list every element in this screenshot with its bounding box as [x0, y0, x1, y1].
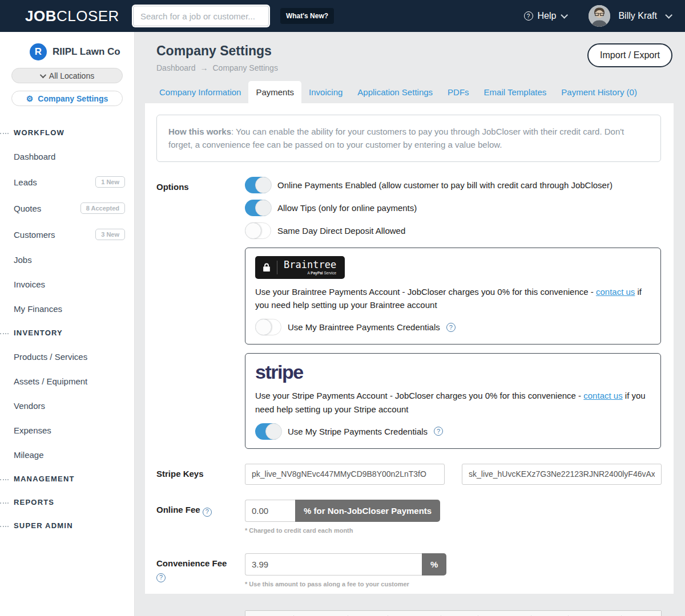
receipt-email-label: Receipt Email	[156, 610, 245, 616]
online-fee-addon: % for Non-JobCloser Payments	[295, 500, 440, 522]
online-payments-toggle-label: Online Payments Enabled (allow customer …	[277, 180, 613, 190]
breadcrumb-current: Company Settings	[213, 63, 278, 72]
import-export-button[interactable]: Import / Export	[587, 43, 672, 67]
search-input[interactable]	[133, 6, 269, 26]
tab-pdfs[interactable]: PDFs	[440, 81, 477, 103]
sidebar-item-invoices[interactable]: Invoices	[0, 272, 134, 297]
toggle-knob	[255, 319, 272, 335]
page-title: Company Settings	[156, 43, 278, 59]
braintree-credentials-toggle[interactable]	[255, 319, 281, 335]
stripe-secret-key-input[interactable]	[462, 464, 662, 485]
tab-payments[interactable]: Payments	[248, 81, 301, 103]
sidebar-item-vendors[interactable]: Vendors	[0, 394, 134, 418]
nav-section-super-admin[interactable]: SUPER ADMIN	[0, 514, 134, 537]
toggle-knob	[255, 200, 272, 216]
allow-tips-toggle-label: Allow Tips (only for online payments)	[277, 203, 417, 213]
same-day-deposit-toggle-label: Same Day Direct Deposit Allowed	[277, 226, 405, 236]
tab-company-information[interactable]: Company Information	[152, 81, 248, 103]
help-circle-icon[interactable]: ?	[446, 323, 456, 332]
sidebar-item-mileage[interactable]: Mileage	[0, 443, 134, 467]
chevron-down-icon[interactable]	[665, 11, 672, 19]
stripe-contact-us-link[interactable]: contact us	[583, 391, 622, 400]
toggle-knob	[265, 423, 282, 440]
help-icon: ?	[524, 11, 533, 21]
nav-section-reports[interactable]: REPORTS	[0, 491, 134, 514]
avatar[interactable]	[589, 5, 610, 27]
sidebar-item-assets-equipment[interactable]: Assets / Equipment	[0, 369, 134, 394]
help-menu[interactable]: ? Help	[524, 11, 566, 21]
nav-section-management[interactable]: MANAGEMENT	[0, 467, 134, 491]
braintree-contact-us-link[interactable]: contact us	[596, 287, 635, 297]
settings-tabs: Company Information Payments Invoicing A…	[145, 81, 685, 103]
sidebar-item-jobs[interactable]: Jobs	[0, 248, 134, 272]
logo-light-part: CLOSER	[57, 7, 119, 25]
sidebar-item-quotes[interactable]: Quotes8 Accepted	[0, 195, 134, 221]
app-logo[interactable]: JOBCLOSER	[25, 7, 119, 25]
braintree-description: Use your Braintree Payments Account - Jo…	[255, 285, 651, 312]
sidebar-item-expenses[interactable]: Expenses	[0, 418, 134, 443]
info-body: : You can enable the ability for your cu…	[168, 127, 624, 149]
braintree-logo-subtext: A PayPal Service	[284, 271, 336, 275]
sidebar-item-products-services[interactable]: Products / Services	[0, 345, 134, 369]
braintree-box: Braintree A PayPal Service Use your Brai…	[245, 248, 661, 345]
convenience-fee-label: Convenience Fee?	[156, 553, 245, 587]
help-label: Help	[538, 11, 557, 21]
sidebar-nav: WORKFLOW Dashboard Leads1 New Quotes8 Ac…	[0, 121, 134, 537]
logo-bold-part: JOB	[25, 7, 57, 25]
stripe-credentials-toggle-label: Use My Stripe Payments Credentials	[288, 427, 428, 436]
stripe-box: stripe Use your Stripe Payments Account …	[245, 353, 661, 449]
chevron-down-icon	[561, 11, 569, 19]
company-name: RIIPL Lawn Co	[53, 46, 120, 58]
braintree-logo-text: Braintree	[284, 260, 336, 270]
convenience-fee-note: * Use this amount to pass along a fee to…	[245, 581, 661, 587]
tab-email-templates[interactable]: Email Templates	[477, 81, 554, 103]
how-this-works-box: How this works: You can enable the abili…	[156, 115, 661, 162]
divider	[277, 261, 277, 274]
braintree-credentials-toggle-label: Use My Braintree Payments Credentials	[288, 322, 440, 332]
global-search	[133, 6, 269, 26]
help-circle-icon[interactable]: ?	[156, 573, 166, 582]
company-identity: R RIIPL Lawn Co	[0, 43, 134, 60]
stripe-logo: stripe	[255, 362, 651, 383]
info-title: How this works	[168, 127, 231, 136]
quotes-badge: 8 Accepted	[80, 202, 125, 214]
stripe-publishable-key-input[interactable]	[245, 464, 445, 485]
breadcrumb: Dashboard → Company Settings	[156, 63, 278, 72]
stripe-description: Use your Stripe Payments Account - JobCl…	[255, 389, 651, 416]
top-navbar: JOBCLOSER What's New? ? Help Billy Kraft	[0, 0, 685, 32]
payments-panel: How this works: You can enable the abili…	[145, 103, 674, 594]
help-circle-icon[interactable]: ?	[203, 508, 212, 517]
customers-badge: 3 New	[95, 229, 125, 240]
same-day-deposit-toggle[interactable]	[245, 222, 271, 239]
editor-toolbar: Styles Size A A Tx B I	[245, 611, 661, 616]
location-selector[interactable]: All Locations	[11, 68, 123, 83]
sidebar-item-dashboard[interactable]: Dashboard	[0, 144, 134, 169]
online-fee-label: Online Fee ?	[156, 500, 245, 534]
company-settings-button[interactable]: ⚙ Company Settings	[11, 91, 123, 106]
location-selector-label: All Locations	[49, 71, 94, 80]
sidebar-item-customers[interactable]: Customers3 New	[0, 221, 134, 248]
sidebar: R RIIPL Lawn Co All Locations ⚙ Company …	[0, 32, 135, 616]
sidebar-item-leads[interactable]: Leads1 New	[0, 169, 134, 195]
allow-tips-toggle[interactable]	[245, 200, 271, 216]
tab-payment-history[interactable]: Payment History (0)	[554, 81, 644, 103]
help-circle-icon[interactable]: ?	[434, 427, 443, 436]
company-logo: R	[30, 43, 47, 60]
nav-section-inventory: INVENTORY	[0, 321, 134, 345]
stripe-credentials-toggle[interactable]	[255, 423, 281, 440]
leads-badge: 1 New	[95, 176, 125, 188]
user-name[interactable]: Billy Kraft	[618, 11, 657, 21]
convenience-fee-input[interactable]	[245, 553, 422, 576]
online-fee-input[interactable]	[245, 500, 295, 522]
lock-icon	[263, 262, 271, 272]
sidebar-item-my-finances[interactable]: My Finances	[0, 297, 134, 321]
main-content: Company Settings Dashboard → Company Set…	[135, 32, 685, 616]
breadcrumb-dashboard[interactable]: Dashboard	[156, 63, 196, 72]
company-settings-label: Company Settings	[38, 94, 108, 103]
online-payments-toggle[interactable]	[245, 177, 271, 193]
whats-new-button[interactable]: What's New?	[280, 8, 334, 24]
receipt-email-editor: Styles Size A A Tx B I	[245, 610, 662, 616]
tab-application-settings[interactable]: Application Settings	[350, 81, 440, 103]
breadcrumb-arrow-icon: →	[200, 63, 208, 72]
tab-invoicing[interactable]: Invoicing	[301, 81, 350, 103]
